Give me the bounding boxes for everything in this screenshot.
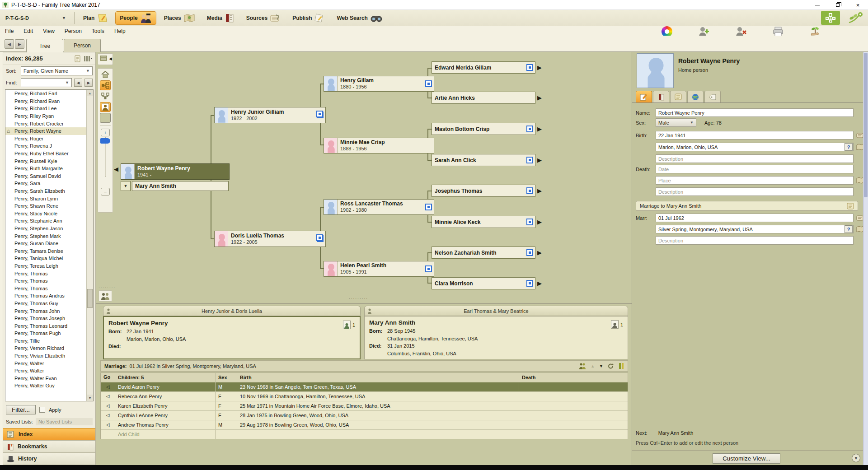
list-item[interactable]: ⌂ Penry, Walter — [5, 359, 86, 367]
menu-view[interactable]: View — [38, 28, 60, 34]
child-row[interactable]: Karen Elizabeth Penry F 25 Mar 1971 in M… — [101, 401, 628, 411]
expand-person-button[interactable] — [526, 280, 533, 287]
panel-drag-handle[interactable]: ∙∙∙∙∙∙∙∙∙ — [349, 296, 368, 301]
sidebar-section-bookmarks[interactable]: Bookmarks — [3, 440, 95, 452]
person-photo-placeholder[interactable] — [637, 53, 674, 88]
next-generation-icon[interactable]: ▶ — [537, 126, 542, 132]
child-row[interactable]: Cynthia LeAnne Penry F 28 Jan 1975 in Bo… — [101, 411, 628, 420]
list-item[interactable]: ⌂ Penry, Robert Crocker — [5, 120, 86, 127]
report-icon[interactable] — [74, 55, 81, 62]
home-view-button[interactable] — [100, 70, 111, 79]
tab-sources[interactable] — [653, 91, 669, 102]
show-portraits-button[interactable] — [100, 102, 111, 112]
list-item[interactable]: ⌂ Penry, Walter — [5, 367, 86, 375]
move-up-icon[interactable]: ▲ — [591, 364, 595, 368]
expand-person-button[interactable] — [526, 64, 533, 71]
list-item[interactable]: ⌂ Penry, Sara — [5, 180, 86, 187]
list-item[interactable]: ⌂ Penry, Richard Earl — [5, 90, 86, 98]
close-button[interactable]: × — [848, 0, 868, 10]
sort-dropdown[interactable]: Family, Given Name▼ — [21, 66, 93, 75]
name-field[interactable] — [656, 108, 854, 117]
tab-notes[interactable] — [670, 91, 686, 102]
tree-node-ggparent[interactable]: Nelson Zachariah Smith — [432, 247, 535, 259]
tab-places[interactable]: Places — [160, 12, 199, 24]
couple-nav-button[interactable] — [316, 234, 323, 241]
list-item[interactable]: ⌂ Penry, Sharon Lynn — [5, 195, 86, 202]
list-item[interactable]: ⌂ Penry, Thomas — [5, 270, 86, 277]
move-down-icon[interactable]: ▼ — [599, 364, 603, 368]
list-item[interactable]: ⌂ Penry, Thomas — [5, 277, 86, 285]
next-generation-icon[interactable]: ▶ — [537, 157, 542, 163]
resolve-place-button[interactable]: ? — [845, 225, 853, 233]
tree-node-grandparent[interactable]: Ross Lancaster Thomas1902 - 1980 — [324, 199, 434, 215]
tab-media[interactable]: Media — [203, 12, 239, 24]
list-item[interactable]: ⌂ Penry, Sarah Elizabeth — [5, 187, 86, 195]
go-to-child-icon[interactable] — [101, 392, 115, 401]
list-item[interactable]: ⌂ Penry, Thomas Joseph — [5, 315, 86, 322]
birth-place-field[interactable] — [656, 143, 854, 151]
index-scrollbar[interactable]: ▲ ▼ — [86, 90, 93, 401]
tree-node-ggparent[interactable]: Clara Morrison — [432, 277, 535, 289]
go-to-child-icon[interactable] — [101, 382, 115, 391]
menu-edit[interactable]: Edit — [19, 28, 38, 34]
expand-person-button[interactable] — [425, 204, 432, 210]
columns-icon[interactable] — [84, 55, 93, 62]
zoom-out-button[interactable]: − — [101, 188, 110, 195]
zoom-slider-handle[interactable] — [100, 138, 110, 144]
media-count-icon[interactable] — [611, 320, 619, 329]
list-item[interactable]: ⌂ Penry, Stephanie Ann — [5, 217, 86, 225]
expand-person-button[interactable] — [526, 219, 533, 225]
minimize-button[interactable] — [807, 0, 827, 10]
next-generation-icon[interactable]: ▶ — [537, 188, 542, 194]
tree-node-ggparent[interactable]: Josephus Thomas — [432, 185, 535, 197]
pedigree-view-button[interactable] — [100, 80, 111, 90]
family-tab-left[interactable]: Henry Junior & Doris Luella — [103, 306, 361, 316]
tab-person[interactable]: Person — [64, 39, 101, 52]
customize-view-button[interactable]: Customize View... — [713, 453, 780, 464]
marriage-description-field[interactable] — [656, 236, 854, 245]
list-item[interactable]: ⌂ Penry, Thomas Pugh — [5, 330, 86, 337]
drag-grip[interactable]: ∙∙∙∙∙∙∙∙ — [99, 285, 116, 290]
apply-checkbox[interactable] — [39, 407, 45, 413]
list-item[interactable]: ⌂ Penry, Susan Diane — [5, 240, 86, 247]
find-next-button[interactable]: ▶ — [84, 79, 93, 87]
list-item[interactable]: ⌂ Penry, Thomas Guy — [5, 300, 86, 307]
marriage-date-field[interactable] — [656, 214, 854, 222]
tree-node-father[interactable]: Henry Junior Gilliam1922 - 2002 — [214, 107, 326, 123]
next-generation-icon[interactable]: ▶ — [537, 65, 542, 70]
scroll-down-icon[interactable]: ▼ — [87, 395, 93, 401]
birth-date-field[interactable] — [656, 131, 854, 140]
zoom-in-button[interactable]: + — [101, 129, 110, 136]
expand-person-button[interactable] — [526, 126, 533, 132]
back-button[interactable]: ◀ — [5, 39, 14, 49]
list-item[interactable]: ⌂ Penry, Vernon Richard — [5, 344, 86, 352]
list-item[interactable]: ⌂ Penry, Richard Evan — [5, 98, 86, 105]
menu-file[interactable]: File — [0, 28, 19, 34]
next-generation-icon[interactable]: ▶ — [537, 250, 542, 256]
sidebar-section-history[interactable]: History — [3, 452, 95, 465]
media-count-icon[interactable] — [343, 321, 351, 329]
list-item[interactable]: ⌂ Penry, Tamara Denise — [5, 247, 86, 255]
plant-sync-icon[interactable] — [846, 12, 863, 24]
notes-icon[interactable] — [847, 203, 854, 209]
tree-selector-dropdown[interactable]: P-T-G-S-D▼ — [2, 12, 70, 24]
background-swatch[interactable] — [100, 113, 111, 123]
expand-person-button[interactable] — [526, 157, 533, 163]
list-item[interactable]: ⌂ Penry, Walter Guy — [5, 382, 86, 390]
couple-nav-button[interactable] — [316, 111, 323, 117]
tree-node-root[interactable]: Robert Wayne Penry1941 - — [121, 163, 230, 180]
go-to-child-icon[interactable] — [101, 401, 115, 410]
filter-button[interactable]: Filter... — [6, 405, 36, 414]
menu-person[interactable]: Person — [60, 28, 87, 34]
menu-help[interactable]: Help — [109, 28, 131, 34]
collapse-index-button[interactable]: ◀ — [98, 53, 113, 65]
tab-people[interactable]: People — [115, 11, 156, 25]
list-item[interactable]: ⌂ Penry, Shawn Rene — [5, 202, 86, 210]
death-description-field[interactable] — [656, 187, 854, 196]
find-input[interactable]: ▼ — [21, 78, 72, 87]
scroll-up-icon[interactable]: ▲ — [87, 90, 93, 96]
death-date-field[interactable] — [656, 165, 854, 173]
go-to-child-icon[interactable] — [101, 411, 115, 420]
child-row[interactable]: Andrew Thomas Penry M 29 Aug 1978 in Bow… — [101, 420, 628, 430]
tree-node-grandparent[interactable]: Minnie Mae Crisp1888 - 1956 — [324, 138, 434, 154]
